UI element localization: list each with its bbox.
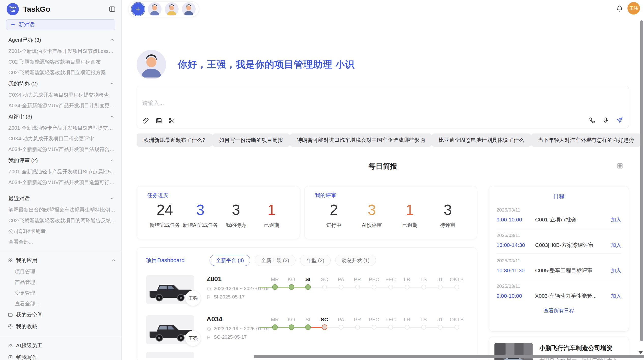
milestone-oktb: OKTB	[448, 276, 465, 291]
assistant-avatar	[137, 50, 166, 79]
join-link[interactable]: 加入	[611, 242, 621, 249]
sidebar-item-ai-super-staff[interactable]: AI超级员工	[0, 340, 121, 351]
section-header-my-todo[interactable]: 我的待办 (2)	[0, 78, 121, 89]
screenshot-scissors-icon[interactable]	[168, 117, 175, 124]
sidebar-item[interactable]: 解释最新出台的欧盟报废车法规再生塑料比例被调至15%...	[0, 204, 121, 215]
sidebar-item[interactable]: A034-全新新能源MUV产品开发项目计划变更表编写	[0, 100, 121, 111]
sidebar-subitem-change-mgmt[interactable]: 变更管理	[0, 288, 121, 298]
join-link[interactable]: 加入	[611, 267, 621, 274]
chevron-up-icon[interactable]	[110, 196, 115, 201]
greeting-block: 你好，王强，我是你的项目管理助理 小识	[137, 50, 629, 79]
sidebar-item[interactable]: Z001-全新燃油轻卡产品开发项目SI节点属性5D文件评审	[0, 166, 121, 177]
sidebar-item[interactable]: C0X4-动力总成开发项目SI里程碑提交物检查	[0, 89, 121, 100]
send-icon[interactable]	[616, 117, 623, 124]
sidebar-item[interactable]: A034-全新新能源MUV产品开发项目造型可行性评审	[0, 177, 121, 188]
flag-icon	[207, 295, 211, 299]
chevron-up-icon[interactable]	[110, 37, 115, 42]
owner-badge: 王强	[185, 331, 201, 346]
schedule-title: 日程	[496, 193, 621, 200]
attachment-icon[interactable]	[142, 117, 149, 124]
sidebar-item-my-favorites[interactable]: 我的收藏	[0, 321, 121, 332]
suggestion-chip[interactable]: 当下年轻人对汽车外观有怎样的喜好趋势	[531, 133, 641, 147]
suggestion-chip[interactable]: 特朗普可能对进口汽车增税会对中国车企造成哪些影响	[290, 133, 432, 147]
scroll-down-arrow-icon[interactable]	[639, 351, 643, 354]
tab-new-platform[interactable]: 全新平台 (4)	[210, 255, 250, 266]
section-header-agent-done[interactable]: Agent已办 (3)	[0, 34, 121, 46]
join-link[interactable]: 加入	[611, 216, 621, 223]
event-date: 2025/03/11	[496, 283, 621, 289]
suggestion-chip[interactable]: 欧洲新规最近颁布了什么?	[137, 133, 212, 147]
stat-pending-review: 3 待评审	[429, 200, 467, 229]
milestone-j1: J1	[432, 276, 448, 291]
sidebar-subitem-project-mgmt[interactable]: 项目管理	[0, 266, 121, 277]
event-time: 9:00-10:00	[496, 217, 535, 223]
input-tools-right	[589, 117, 623, 124]
chat-input-box	[137, 86, 629, 128]
milestone-pa: PA	[333, 276, 349, 291]
sidebar-item-my-cloud[interactable]: 我的云空间	[0, 309, 121, 321]
sidebar-item[interactable]: C0X4-动力总成开发项目工程变更评审	[0, 133, 121, 144]
plus-icon	[10, 22, 16, 27]
milestone-ls: LS	[415, 276, 432, 291]
suggestion-chip[interactable]: 如何写一份清晰的项目周报	[212, 133, 290, 147]
sidebar-item[interactable]: C02-飞腾新能源轻客改款项目立项汇报方案	[0, 67, 121, 78]
collapse-sidebar-icon[interactable]	[109, 6, 116, 13]
chevron-up-icon[interactable]	[110, 81, 115, 86]
event-name: C003|H0B-方案冻结评审	[535, 242, 608, 249]
stat-value: 1	[254, 200, 289, 220]
tab-year-model[interactable]: 年型 (2)	[300, 255, 331, 266]
suggestion-chip[interactable]: 比亚迪全固态电池计划具体说了什么	[432, 133, 531, 147]
chevron-up-icon[interactable]	[110, 114, 115, 119]
stat-value: 3	[429, 200, 467, 220]
section-header-recent-chats[interactable]: 最近对话	[0, 193, 121, 204]
chevron-up-icon[interactable]	[111, 258, 116, 263]
view-all-schedule-link[interactable]: 查看所有日程	[496, 307, 621, 314]
tab-powertrain[interactable]: 动总开发 (1)	[335, 255, 376, 266]
sidebar-item[interactable]: Z001-全新燃油皮卡产品开发项目SI节点Lesson Learn报告	[0, 46, 121, 56]
divider	[0, 251, 121, 251]
project-thumbnail: 王强	[146, 275, 194, 304]
chevron-up-icon[interactable]	[110, 158, 115, 163]
project-row-z001[interactable]: 王强 Z001 2023-12-19 ~ 2027-01-19	[146, 275, 468, 308]
project-code: Z001	[207, 275, 267, 283]
sidebar-item[interactable]: C02-飞腾新能源轻客改款项目的闭环通告反馈情况	[0, 215, 121, 226]
stat-overdue: 1 已逾期	[254, 200, 289, 229]
horizontal-scrollbar-thumb[interactable]	[254, 355, 644, 358]
sidebar-item-view-all[interactable]: 查看全部...	[0, 236, 121, 247]
sidebar-item-help-me-write[interactable]: 帮我写作	[0, 351, 121, 360]
sidebar-item-my-apps[interactable]: 我的应用	[0, 254, 121, 266]
join-link[interactable]: 加入	[611, 293, 621, 299]
milestone-track: MRKOSISCPAPRPECFECLRLSJ1OKTB	[267, 276, 465, 291]
new-chat-button[interactable]: 新对话	[6, 19, 115, 30]
milestone-fec: FEC	[382, 276, 399, 291]
image-upload-icon[interactable]	[155, 117, 162, 124]
sidebar-item[interactable]: C02-飞腾新能源轻客改款项目里程碑画布	[0, 56, 121, 67]
stat-label: 待评审	[429, 222, 467, 229]
suggestion-chips: 欧洲新规最近颁布了什么? 如何写一份清晰的项目周报 特朗普可能对进口汽车增税会对…	[137, 133, 629, 147]
owner-badge: 王强	[185, 290, 201, 306]
tab-new-body[interactable]: 全新上装 (3)	[255, 255, 296, 266]
logo-line1: Task	[9, 6, 17, 9]
truck-image	[146, 352, 194, 358]
daily-briefing-header: 每日简报	[137, 161, 629, 172]
app-title: TaskGo	[23, 5, 109, 13]
milestone-ls: LS	[415, 316, 432, 332]
section-header-ai-review[interactable]: AI评审 (3)	[0, 111, 121, 123]
layout-grid-icon[interactable]	[617, 162, 623, 169]
task-progress-card: 任务进度 24 新增完成任务 3 新增AI完成任务	[137, 186, 300, 239]
briefing-right-column: 日程 2025/03/11 9:00-10:00 C001-立项审批会 加入	[489, 186, 629, 360]
chat-input[interactable]	[142, 99, 524, 110]
sidebar-subitem-view-all[interactable]: 查看全部...	[0, 298, 121, 309]
sidebar-item[interactable]: 公司Q3轻卡销量	[0, 226, 121, 236]
section-header-my-review[interactable]: 我的评审 (2)	[0, 155, 121, 166]
sidebar-item[interactable]: Z001-全新燃油轻卡产品开发项目SI造型提交物评审	[0, 123, 121, 133]
microphone-icon[interactable]	[602, 117, 609, 124]
event-name: C001-立项审批会	[535, 216, 608, 223]
sidebar-subitem-product-mgmt[interactable]: 产品管理	[0, 277, 121, 288]
sidebar-item[interactable]: A034-全新新能源MUV产品开发项目法规符合性评审	[0, 144, 121, 155]
vertical-scrollbar-thumb[interactable]	[640, 20, 643, 341]
phone-call-icon[interactable]	[589, 117, 596, 124]
project-row-a034[interactable]: 王强 A034 2023-12-19 ~ 2026-01-19	[146, 315, 468, 348]
user-avatar[interactable]: 王强	[627, 2, 640, 14]
stat-label: 已逾期	[254, 222, 289, 229]
